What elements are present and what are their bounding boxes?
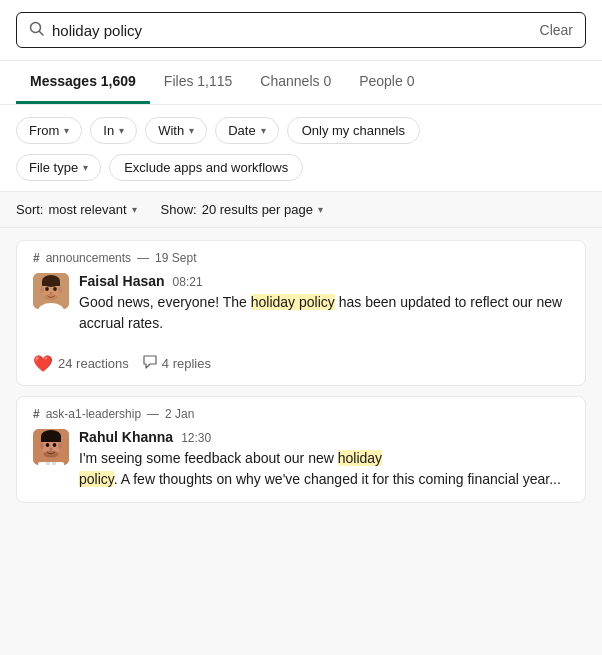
reactions-row-1: ❤️ 24 reactions 4 replies	[17, 346, 585, 385]
message-header-1: Faisal Hasan 08:21	[79, 273, 569, 289]
message-text-1: Good news, everyone! The holiday policy …	[79, 292, 569, 334]
svg-rect-24	[46, 462, 50, 465]
channel-separator-1: —	[137, 251, 149, 265]
in-chevron: ▾	[119, 125, 124, 136]
show-value: 20 results per page	[202, 202, 313, 217]
result-card-1[interactable]: # announcements — 19 Sept	[16, 240, 586, 386]
only-my-channels-filter[interactable]: Only my channels	[287, 117, 420, 144]
from-filter[interactable]: From ▾	[16, 117, 82, 144]
svg-point-11	[44, 294, 58, 300]
heart-icon: ❤️	[33, 354, 53, 373]
svg-point-6	[40, 287, 44, 293]
svg-rect-25	[52, 462, 56, 465]
timestamp-2: 12:30	[181, 431, 211, 445]
tab-channels[interactable]: Channels 0	[246, 61, 345, 104]
svg-point-22	[44, 451, 59, 458]
channel-date-1: 19 Sept	[155, 251, 196, 265]
search-bar: Clear	[16, 12, 586, 48]
channel-date-2: 2 Jan	[165, 407, 194, 421]
replies-count: 4 replies	[162, 356, 211, 371]
reactions-count: 24 reactions	[58, 356, 129, 371]
search-input[interactable]	[52, 22, 532, 39]
show-button[interactable]: Show: 20 results per page ▾	[161, 202, 323, 217]
message-body-1: Faisal Hasan 08:21 Good news, everyone! …	[79, 273, 569, 334]
in-filter[interactable]: In ▾	[90, 117, 137, 144]
filters-row-1: From ▾ In ▾ With ▾ Date ▾ Only my channe…	[16, 117, 586, 144]
search-icon	[29, 21, 44, 39]
show-label: Show:	[161, 202, 197, 217]
in-label: In	[103, 123, 114, 138]
only-my-channels-label: Only my channels	[302, 123, 405, 138]
svg-point-7	[58, 287, 62, 293]
highlight-2b: policy	[79, 471, 114, 487]
tab-messages[interactable]: Messages 1,609	[16, 61, 150, 104]
svg-point-9	[53, 287, 57, 291]
with-chevron: ▾	[189, 125, 194, 136]
svg-point-21	[50, 448, 53, 450]
message-2: Rahul Khanna 12:30 I'm seeing some feedb…	[17, 429, 585, 502]
channel-name-2: ask-a1-leadership	[46, 407, 141, 421]
svg-point-8	[45, 287, 49, 291]
date-filter[interactable]: Date ▾	[215, 117, 278, 144]
sort-label: Sort:	[16, 202, 43, 217]
replies-icon	[143, 355, 157, 372]
message-header-2: Rahul Khanna 12:30	[79, 429, 569, 445]
show-chevron: ▾	[318, 204, 323, 215]
date-chevron: ▾	[261, 125, 266, 136]
hash-icon-2: #	[33, 407, 40, 421]
channel-name-1: announcements	[46, 251, 131, 265]
search-bar-container: Clear	[0, 0, 602, 61]
avatar-faisal	[33, 273, 69, 309]
highlight-2a: holiday	[338, 450, 382, 466]
message-text-2: I'm seeing some feedback about our new h…	[79, 448, 569, 490]
svg-line-1	[40, 32, 44, 36]
filters-row-2: File type ▾ Exclude apps and workflows	[16, 154, 586, 181]
replies-reaction[interactable]: 4 replies	[143, 355, 211, 372]
hash-icon-1: #	[33, 251, 40, 265]
file-type-label: File type	[29, 160, 78, 175]
svg-rect-16	[41, 436, 61, 442]
message-1: Faisal Hasan 08:21 Good news, everyone! …	[17, 273, 585, 346]
svg-rect-5	[42, 281, 60, 286]
with-label: With	[158, 123, 184, 138]
result-card-2[interactable]: # ask-a1-leadership — 2 Jan	[16, 396, 586, 503]
tab-people[interactable]: People 0	[345, 61, 428, 104]
with-filter[interactable]: With ▾	[145, 117, 207, 144]
tabs-row: Messages 1,609 Files 1,115 Channels 0 Pe…	[0, 61, 602, 105]
svg-point-18	[58, 443, 62, 449]
date-label: Date	[228, 123, 255, 138]
sort-show-row: Sort: most relevant ▾ Show: 20 results p…	[0, 192, 602, 228]
svg-point-20	[53, 443, 57, 447]
svg-rect-23	[38, 462, 64, 465]
channel-row-2: # ask-a1-leadership — 2 Jan	[17, 397, 585, 429]
heart-reaction[interactable]: ❤️ 24 reactions	[33, 354, 129, 373]
filters-section: From ▾ In ▾ With ▾ Date ▾ Only my channe…	[0, 105, 602, 192]
exclude-apps-filter[interactable]: Exclude apps and workflows	[109, 154, 303, 181]
svg-point-19	[46, 443, 50, 447]
avatar-rahul	[33, 429, 69, 465]
from-chevron: ▾	[64, 125, 69, 136]
sort-chevron: ▾	[132, 204, 137, 215]
highlight-1: holiday policy	[251, 294, 335, 310]
svg-point-10	[50, 292, 53, 294]
message-body-2: Rahul Khanna 12:30 I'm seeing some feedb…	[79, 429, 569, 490]
file-type-filter[interactable]: File type ▾	[16, 154, 101, 181]
clear-button[interactable]: Clear	[540, 22, 573, 38]
exclude-apps-label: Exclude apps and workflows	[124, 160, 288, 175]
channel-row-1: # announcements — 19 Sept	[17, 241, 585, 273]
timestamp-1: 08:21	[173, 275, 203, 289]
file-type-chevron: ▾	[83, 162, 88, 173]
results-container: # announcements — 19 Sept	[0, 228, 602, 515]
svg-point-17	[40, 443, 44, 449]
sort-button[interactable]: Sort: most relevant ▾	[16, 202, 137, 217]
from-label: From	[29, 123, 59, 138]
tab-files[interactable]: Files 1,115	[150, 61, 246, 104]
channel-separator-2: —	[147, 407, 159, 421]
sender-name-2: Rahul Khanna	[79, 429, 173, 445]
sort-value: most relevant	[48, 202, 126, 217]
sender-name-1: Faisal Hasan	[79, 273, 165, 289]
